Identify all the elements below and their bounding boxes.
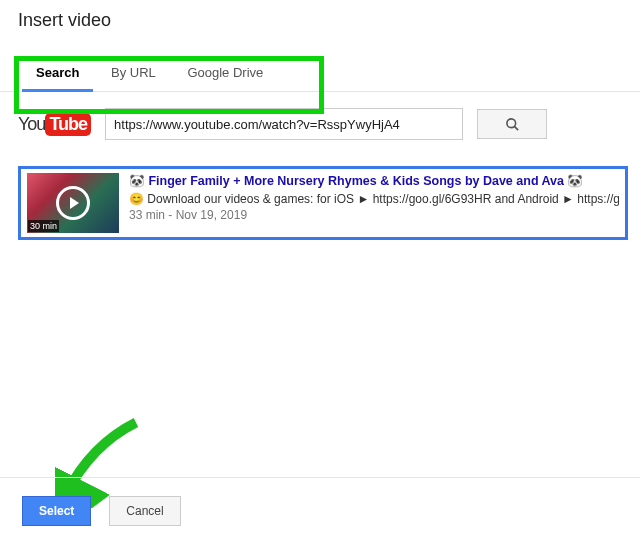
search-icon (505, 117, 520, 132)
tab-search[interactable]: Search (22, 55, 93, 92)
result-description: 😊 Download our videos & games: for iOS ►… (129, 191, 619, 208)
result-title: 🐼 Finger Family + More Nursery Rhymes & … (129, 173, 619, 191)
tab-by-url[interactable]: By URL (97, 55, 170, 89)
result-meta: 🐼 Finger Family + More Nursery Rhymes & … (129, 173, 619, 233)
result-thumbnail: 30 min (27, 173, 119, 233)
tabs-row: Search By URL Google Drive (0, 47, 640, 92)
search-row: YouTube (0, 92, 640, 140)
svg-line-1 (514, 126, 518, 130)
search-result[interactable]: 30 min 🐼 Finger Family + More Nursery Rh… (18, 166, 628, 240)
play-icon (56, 186, 90, 220)
cancel-button[interactable]: Cancel (109, 496, 180, 526)
select-button[interactable]: Select (22, 496, 91, 526)
tab-google-drive[interactable]: Google Drive (173, 55, 277, 89)
result-info: 33 min - Nov 19, 2019 (129, 207, 619, 224)
search-input[interactable] (105, 108, 463, 140)
svg-point-0 (506, 118, 515, 127)
dialog-footer: Select Cancel (0, 477, 640, 556)
search-button[interactable] (477, 109, 547, 139)
dialog-title: Insert video (0, 0, 640, 37)
youtube-logo: YouTube (18, 114, 91, 135)
thumbnail-duration: 30 min (28, 220, 59, 232)
